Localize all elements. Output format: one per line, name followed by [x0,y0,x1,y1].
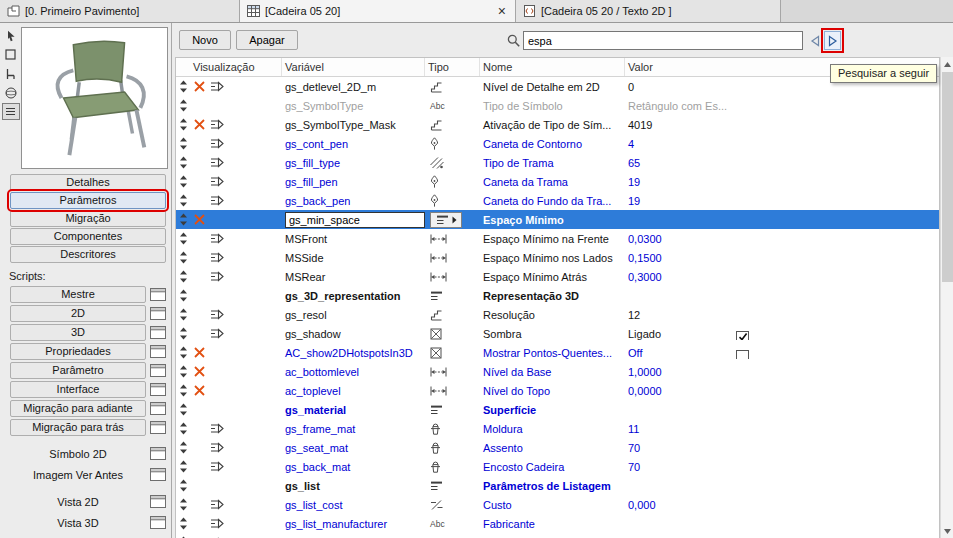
updown-icon[interactable] [179,308,188,321]
hide-x-icon[interactable] [194,119,205,130]
column-header-visualizacao[interactable]: Visualização [176,58,282,76]
param-row-gs_material[interactable]: gs_materialSuperfície [176,400,939,419]
updown-icon[interactable] [179,118,188,131]
updown-icon[interactable] [179,251,188,264]
script-flag-icon[interactable] [210,157,225,168]
updown-icon[interactable] [179,517,188,530]
hide-x-icon[interactable] [194,366,205,377]
type-picker-button[interactable] [430,212,462,228]
param-row-MSSide[interactable]: MSSideEspaço Mínimo nos Lados0,1500 [176,248,939,267]
script-button-propriedades[interactable]: Propriedades [10,343,146,360]
param-row-gs_fill_type[interactable]: gs_fill_typeTipo de Trama65 [176,153,939,172]
updown-icon[interactable] [179,175,188,188]
updown-icon[interactable] [179,346,188,359]
script-window-button-migracao-para-adiante[interactable] [148,401,168,417]
preview-mode-lines-button[interactable] [2,103,20,120]
sidebar-button-migracao[interactable]: Migração [10,210,166,227]
sidebar-button-parametros[interactable]: Parâmetros [10,192,166,209]
script-flag-icon[interactable] [210,176,225,187]
sidebar-button-detalhes[interactable]: Detalhes [10,174,166,191]
param-row-gs_list_manufacturer[interactable]: gs_list_manufacturerAbcFabricante [176,514,939,533]
search-next-button[interactable] [824,31,841,50]
script-button-3d[interactable]: 3D [10,324,146,341]
script-flag-icon[interactable] [210,442,225,453]
updown-icon[interactable] [179,99,188,112]
updown-icon[interactable] [179,137,188,150]
param-row-gs_seat_mat[interactable]: gs_seat_matAssento70 [176,438,939,457]
script-flag-icon[interactable] [210,195,225,206]
updown-icon[interactable] [179,441,188,454]
tab-close-icon[interactable]: × [496,4,508,18]
updown-icon[interactable] [179,403,188,416]
search-previous-button[interactable] [806,31,823,50]
checkbox-unchecked[interactable] [736,350,749,359]
hide-x-icon[interactable] [194,81,205,92]
updown-icon[interactable] [179,365,188,378]
updown-icon[interactable] [179,460,188,473]
script-flag-icon[interactable] [210,499,225,510]
script-button-2d[interactable]: 2D [10,305,146,322]
hide-x-icon[interactable] [194,347,205,358]
updown-icon[interactable] [179,80,188,93]
scrollbar-thumb[interactable] [942,72,953,282]
script-button-migracao-para-adiante[interactable]: Migração para adiante [10,400,146,417]
updown-icon[interactable] [179,289,188,302]
checkbox-checked[interactable] [736,331,749,340]
symbol-window-button-simbolo-2d[interactable] [148,446,168,462]
param-row-gs_resol[interactable]: gs_resolResolução12 [176,305,939,324]
script-button-migracao-para-tras[interactable]: Migração para trás [10,419,146,436]
param-row-gs_back_pen[interactable]: gs_back_penCaneta do Fundo da Tra...19 [176,191,939,210]
script-window-button-propriedades[interactable] [148,344,168,360]
param-row-gs_3D_representation[interactable]: gs_3D_representationRepresentação 3D [176,286,939,305]
param-row-gs_shadow[interactable]: gs_shadowSombraLigado [176,324,939,343]
hide-x-icon[interactable] [194,385,205,396]
updown-icon[interactable] [179,422,188,435]
script-button-mestre[interactable]: Mestre [10,286,146,303]
tab-cadeira-05-20-texto-2d[interactable]: [Cadeira 05 20 / Texto 2D ] [516,0,781,22]
delete-button[interactable]: Apagar [236,30,298,50]
updown-icon[interactable] [179,213,188,226]
preview-mode-chair-side-button[interactable] [2,65,20,82]
script-flag-icon[interactable] [210,423,225,434]
sidebar-button-descritores[interactable]: Descritores [10,246,166,263]
script-window-button-2d[interactable] [148,306,168,322]
preview-mode-pointer-button[interactable] [2,27,20,44]
param-row-gs_detlevel_2D_m[interactable]: gs_detlevel_2D_mNível de Detalhe em 2D0 [176,77,939,96]
script-window-button-interface[interactable] [148,382,168,398]
column-header-tipo[interactable]: Tipo [425,58,480,76]
sidebar-button-componentes[interactable]: Componentes [10,228,166,245]
param-row-ac_bottomlevel[interactable]: ac_bottomlevelNível da Base1,0000 [176,362,939,381]
script-flag-icon[interactable] [210,271,225,282]
updown-icon[interactable] [179,232,188,245]
param-row-AC_show2DHotspotsIn3D[interactable]: AC_show2DHotspotsIn3DMostrar Pontos-Quen… [176,343,939,362]
param-row-gs_back_mat[interactable]: gs_back_matEncosto Cadeira70 [176,457,939,476]
param-row[interactable] [176,533,939,538]
column-header-nome[interactable]: Nome [480,58,625,76]
script-flag-icon[interactable] [210,309,225,320]
preview-mode-sphere-button[interactable] [2,84,20,101]
script-flag-icon[interactable] [210,119,225,130]
view-window-button-vista-2d[interactable] [148,494,168,510]
variable-name-input[interactable]: gs_min_space [285,212,425,228]
script-window-button-migracao-para-tras[interactable] [148,420,168,436]
script-flag-icon[interactable] [210,518,225,529]
script-flag-icon[interactable] [210,252,225,263]
updown-icon[interactable] [179,384,188,397]
param-row-gs_fill_pen[interactable]: gs_fill_penCaneta da Trama19 [176,172,939,191]
param-row-gs_SymbolType_Mask[interactable]: gs_SymbolType_MaskAtivação de Tipo de Sí… [176,115,939,134]
script-flag-icon[interactable] [210,233,225,244]
hide-x-icon[interactable] [194,214,205,225]
param-row-gs_list[interactable]: gs_listParâmetros de Listagem [176,476,939,495]
search-input[interactable] [523,31,803,50]
script-window-button-3d[interactable] [148,325,168,341]
updown-icon[interactable] [179,194,188,207]
script-button-parametro[interactable]: Parâmetro [10,362,146,379]
updown-icon[interactable] [179,327,188,340]
vertical-scrollbar[interactable] [940,57,953,538]
param-row-gs_min_space[interactable]: gs_min_spaceEspaço Mínimo [176,210,939,229]
updown-icon[interactable] [179,498,188,511]
updown-icon[interactable] [179,270,188,283]
updown-icon[interactable] [179,156,188,169]
script-flag-icon[interactable] [210,81,225,92]
new-button[interactable]: Novo [179,30,231,50]
